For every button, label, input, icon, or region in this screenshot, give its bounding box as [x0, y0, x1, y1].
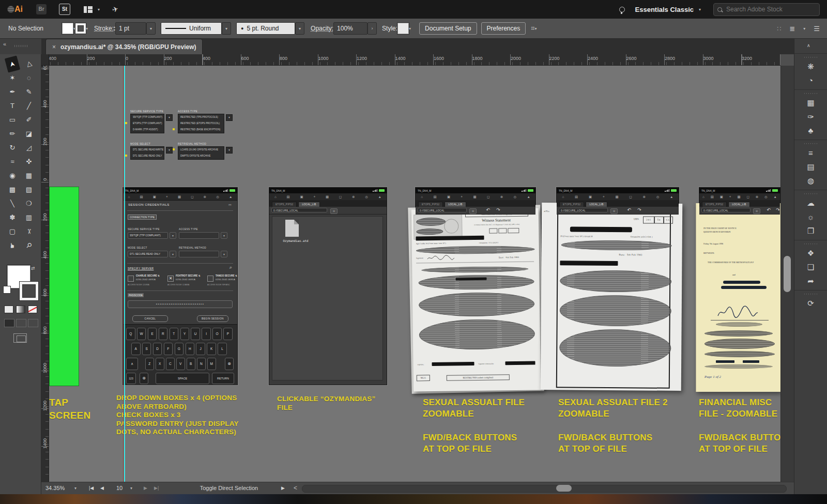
tab-etops-pips2[interactable]: ETOPS_PIPS2	[418, 202, 443, 207]
key-Q[interactable]: Q	[126, 328, 135, 340]
address-go-button[interactable]: ⊙	[610, 208, 618, 214]
scale-tool[interactable]: ◿	[22, 142, 36, 154]
magic-wand-tool[interactable]: ✶	[5, 72, 20, 84]
puppet-warp-tool[interactable]: ✜	[22, 156, 36, 168]
back-button[interactable]: ↶	[484, 207, 492, 213]
stroke-weight-field[interactable]: 1 pt	[115, 22, 146, 35]
draw-normal-button[interactable]	[4, 319, 14, 327]
transparency-panel-icon[interactable]: ◍	[794, 174, 827, 188]
address-go-button[interactable]: ⊙	[330, 208, 338, 214]
mesh-tool[interactable]: ▩	[5, 184, 20, 196]
screen-mode-icon[interactable]	[13, 333, 27, 343]
preferences-button[interactable]: Preferences	[481, 22, 526, 35]
horizontal-ruler[interactable]: 4002000200400600800100012001400160018002…	[49, 54, 780, 66]
first-artboard-button[interactable]: |◀	[89, 482, 94, 494]
rotate-tool[interactable]: ↻	[5, 142, 20, 154]
dropdown-option[interactable]: ETOPS (TTP COMPLIANT)	[131, 120, 164, 127]
key-F[interactable]: F	[164, 343, 173, 355]
dropdown-options-box[interactable]: DT1 SECURE READ/WRITEDT1 SECURE READ ONL…	[130, 146, 164, 160]
cc-libraries-panel-icon[interactable]: ☁	[794, 196, 827, 210]
selection-tool[interactable]: ➤	[5, 55, 20, 72]
key-G[interactable]: G	[175, 343, 184, 355]
key-A[interactable]: A	[131, 343, 141, 355]
forward-button[interactable]: ↷	[635, 207, 644, 213]
artboard-tap-screen[interactable]	[49, 187, 79, 386]
chevron-down-icon[interactable]: ▾	[409, 26, 411, 31]
dropdown-option[interactable]: DT1 SECURE READ ONLY	[131, 153, 164, 159]
tab-local-lib[interactable]: LOCAL_LIB	[445, 202, 466, 207]
address-field[interactable]: 0://SECURE_LOCAL	[418, 208, 467, 212]
horizontal-scrollbar-thumb[interactable]	[556, 485, 572, 492]
align-panel-icon[interactable]: ≣	[789, 25, 795, 33]
draw-inside-button[interactable]	[28, 319, 38, 327]
vertical-scrollbar-thumb[interactable]	[784, 256, 791, 292]
key-I[interactable]: I	[202, 328, 211, 340]
adobe-stock-search[interactable]	[713, 3, 820, 16]
dropdown-option[interactable]: S5/TQP (TTP COMPLIANT)	[131, 114, 164, 120]
chevron-down-icon[interactable]: ▾	[535, 26, 537, 31]
hand-tool[interactable]: ☛	[6, 238, 19, 253]
workspace-switcher[interactable]: Essentials Classic	[635, 6, 694, 13]
dropdown-arrow-button[interactable]: ▼	[166, 114, 173, 121]
panel-grip[interactable]	[14, 45, 28, 47]
artboards-panel-icon[interactable]: ❏	[794, 260, 827, 274]
dropdown-option[interactable]: DT1 SECURE READ/WRITE	[131, 147, 164, 153]
shift-key[interactable]: ∧	[126, 358, 138, 370]
delete-key[interactable]: ⊗	[225, 358, 234, 370]
symbol-sprayer-tool[interactable]: ✽	[5, 211, 20, 224]
tab-local-lib[interactable]: LOCAL_LIB	[586, 202, 607, 207]
key-P[interactable]: P	[223, 328, 233, 340]
artboard-tool[interactable]: ▢	[5, 225, 20, 238]
key-T[interactable]: T	[170, 328, 179, 340]
key-R[interactable]: R	[159, 328, 168, 340]
collapse-dock-icon[interactable]: ∧	[807, 43, 810, 48]
search-input[interactable]	[725, 5, 805, 13]
document-tab[interactable]: × ozymandius.ai* @ 34.35% (RGB/GPU Previ…	[45, 39, 203, 55]
back-button[interactable]: ↶	[625, 207, 633, 213]
vertical-scrollbar[interactable]	[780, 66, 794, 482]
gradient-annotator-panel-icon[interactable]: ▤	[794, 160, 827, 174]
artboard-assault-file-2[interactable]: al Pro URN: 201 50 133 18 (if over inser…	[556, 187, 679, 385]
opacity-expand-button[interactable]: ›	[367, 22, 377, 35]
status-play-icon[interactable]: ▶	[281, 482, 285, 494]
collapse-panel-icon[interactable]: «	[3, 41, 6, 47]
key-E[interactable]: E	[148, 328, 157, 340]
dropdown-option[interactable]: RESTRICTED (ETOPS PROTOCOL)	[178, 120, 224, 127]
document-canvas[interactable]: TN_DN4_M ⌂▤▣+▦◻⊕◎▲ SESSION CREDENTIALS ▭…	[49, 66, 780, 482]
pen-tool[interactable]: ✒	[5, 86, 20, 98]
key-M[interactable]: M	[207, 358, 216, 370]
dropdown-option[interactable]: D-MARK (TTP ASSIST)	[131, 127, 164, 133]
type-tool[interactable]: T	[5, 100, 20, 112]
scroll-left-arrow[interactable]: <	[294, 482, 297, 494]
key-C[interactable]: C	[166, 358, 175, 370]
shape-builder-tool[interactable]: ◉	[5, 170, 20, 182]
financial-doc-page[interactable]: IN THE HIGH COURT OF JUSTICE QUEEN'S BEN…	[696, 203, 780, 392]
swatches-panel-icon[interactable]: ▦	[794, 96, 827, 110]
lightbulb-icon[interactable]	[619, 7, 625, 12]
witness-statement-2-page[interactable]: al Pro URN: 201 50 133 18 (if over inser…	[541, 203, 683, 391]
asset-export-panel-icon[interactable]: ⟳	[794, 296, 827, 310]
column-graph-tool[interactable]: ▥	[22, 211, 36, 224]
brush-dropdown[interactable]: ● 5 pt. Round	[236, 22, 295, 35]
key-Z[interactable]: Z	[145, 358, 154, 370]
artboard-file-browser[interactable]: TN_DN4_M ⌂▤▣+▦◻⊕◎▲ ETOPS_PIPS2 LOCAL_LIB…	[269, 187, 387, 385]
dock-grip[interactable]	[804, 142, 818, 145]
previous-artboard-button[interactable]: ◀	[100, 482, 104, 494]
chevron-down-icon[interactable]: ▾	[295, 22, 304, 35]
guide-line-cyan[interactable]	[124, 66, 125, 482]
rectangle-tool[interactable]: ▭	[5, 114, 20, 126]
dropdown-arrow-button[interactable]: ▼	[166, 147, 173, 154]
key-V[interactable]: V	[176, 358, 185, 370]
server-checkbox[interactable]	[207, 276, 213, 282]
arrange-documents-icon[interactable]	[84, 6, 93, 13]
key-H[interactable]: H	[186, 343, 195, 355]
dock-grip[interactable]	[804, 192, 818, 195]
dropdown-arrow-button[interactable]: ▼	[170, 232, 176, 239]
onscreen-keyboard[interactable]: QWERTYUIOPASDFGHJKL∧ZXCVBNM⊗123⊕SPACERET…	[123, 324, 237, 385]
gradient-tool[interactable]: ▧	[22, 184, 36, 196]
chevron-down-icon[interactable]: ▾	[803, 26, 805, 31]
key-S[interactable]: S	[142, 343, 151, 355]
gradient-mode-button[interactable]	[16, 306, 25, 313]
bridge-icon[interactable]: Br	[36, 4, 47, 14]
artboard-login-screen[interactable]: TN_DN4_M ⌂▤▣+▦◻⊕◎▲ SESSION CREDENTIALS ▭…	[122, 187, 238, 385]
